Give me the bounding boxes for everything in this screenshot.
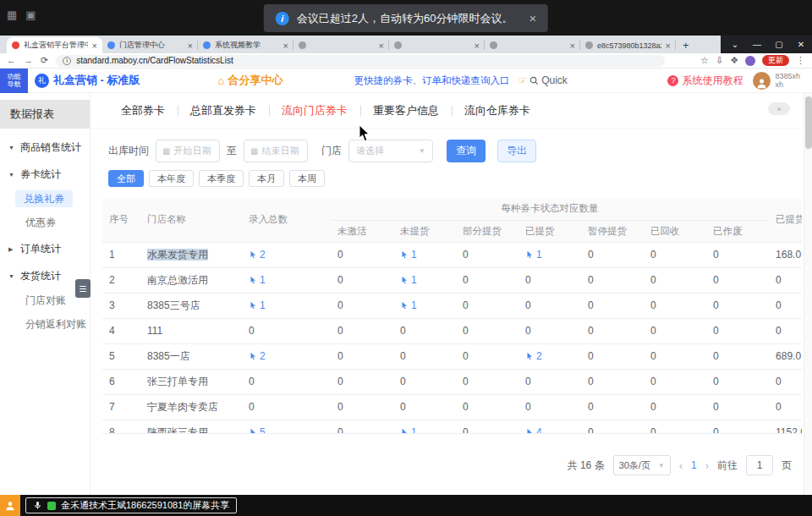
quick-filter-chip[interactable]: 本季度 (199, 170, 244, 187)
sidebar-item[interactable]: 分销返利对账 (0, 313, 90, 337)
scrollbar-thumb[interactable] (805, 96, 812, 149)
current-page[interactable]: 1 (691, 459, 697, 471)
count-link[interactable]: 1 (249, 274, 266, 286)
back-icon[interactable]: ← (7, 56, 16, 65)
url-box[interactable]: i standard.maboy.cn/CardFlowStatisticsLi… (56, 55, 665, 67)
brand-logo[interactable]: 礼 礼盒营销 - 标准版 (35, 73, 140, 88)
cell-store-name: 111 (140, 318, 242, 343)
sidebar-collapse-handle[interactable]: ☰ (75, 279, 91, 298)
forward-icon[interactable]: → (24, 56, 33, 65)
tab-close-icon[interactable]: × (379, 41, 384, 51)
bookmark-star-icon[interactable]: ☆ (700, 55, 709, 66)
expand-arrow-icon: ▼ (8, 273, 16, 279)
cursor-click-icon (249, 276, 257, 284)
search-button[interactable]: 查询 (447, 140, 486, 162)
browser-menu-icon[interactable]: ⋮ (796, 55, 805, 66)
quick-filter-chip[interactable]: 本月 (249, 170, 284, 187)
sidebar-group[interactable]: ▶订单统计 (0, 235, 90, 262)
function-nav-button[interactable]: 功能 导航 (0, 69, 28, 93)
user-info[interactable]: 8385xh xh (753, 72, 800, 90)
count-link[interactable]: 1 (400, 426, 417, 435)
browser-tab[interactable]: 门店管理中心× (102, 37, 198, 53)
site-info-icon[interactable]: i (63, 57, 71, 65)
count-link[interactable]: 1 (400, 249, 417, 261)
quick-filter-chip[interactable]: 本周 (289, 170, 325, 187)
cell-amount: 0 (769, 293, 802, 318)
browser-tab[interactable]: 系统视频教学× (198, 37, 294, 53)
sidebar-item[interactable]: 优惠券 (0, 211, 90, 235)
quick-filter-chip[interactable]: 全部 (108, 170, 144, 187)
count-link[interactable]: 2 (249, 350, 266, 362)
count-link[interactable]: 1 (400, 299, 417, 311)
tutorial-icon: ? (667, 75, 678, 86)
content-tab[interactable]: 重要客户信息 (360, 103, 452, 118)
taskbar-icons: ▦ ▣ (7, 8, 36, 21)
tab-close-icon[interactable]: × (570, 41, 575, 51)
refresh-icon[interactable]: ⟳ (41, 56, 48, 65)
notification-close-icon[interactable]: × (529, 11, 536, 25)
browser-tab[interactable]: e8c573980b1328a258fd2e6l× (580, 37, 676, 53)
cell-count: 0 (706, 420, 769, 434)
export-button[interactable]: 导出 (497, 140, 536, 162)
browser-profile-avatar[interactable] (745, 56, 755, 66)
panel-collapse-button[interactable]: » (768, 102, 790, 115)
extensions-icon[interactable]: ❖ (730, 55, 738, 66)
chevron-down-icon: ▼ (419, 147, 425, 155)
expand-arrow-icon: ▼ (8, 172, 16, 178)
count-link[interactable]: 1 (400, 274, 417, 286)
tab-close-icon[interactable]: × (475, 41, 480, 51)
tutorial-link[interactable]: ? 系统使用教程 (667, 74, 743, 88)
tab-favicon-icon (299, 41, 306, 49)
quick-search[interactable]: ☞ Quick (518, 74, 567, 86)
count-link[interactable]: 2 (525, 350, 542, 362)
grid-icon[interactable]: ▦ (7, 8, 17, 21)
browser-tab[interactable]: 礼盒营销平台管理中心× (7, 37, 102, 53)
new-tab-button[interactable]: + (683, 40, 689, 51)
content-tab[interactable]: 总部直发券卡 (178, 103, 269, 118)
sidebar-item[interactable]: 兑换礼券 (0, 188, 90, 211)
sidebar-group[interactable]: ▼商品销售统计 (0, 134, 90, 161)
count-link[interactable]: 1 (249, 299, 266, 311)
cell-count: 1 (393, 242, 456, 267)
content-tab[interactable]: 流向仓库券卡 (452, 103, 543, 118)
cell-count: 0 (581, 369, 644, 394)
page-size-select[interactable]: 30条/页 ▼ (613, 455, 671, 475)
page-scrollbar[interactable] (804, 93, 812, 495)
share-center-link[interactable]: ⌂ 合分享中心 (218, 73, 283, 88)
close-button[interactable]: ✕ (790, 40, 812, 49)
count-value: 2 (536, 350, 542, 362)
goto-page-input[interactable] (746, 455, 773, 475)
content-tab[interactable]: 全部券卡 (108, 103, 178, 118)
maximize-button[interactable]: ▢ (768, 40, 790, 49)
tab-search-icon[interactable]: ⌄ (724, 40, 746, 49)
sidebar-group[interactable]: ▼券卡统计 (0, 161, 90, 188)
cell-store-name: 8385一店 (140, 343, 242, 369)
minimize-button[interactable]: — (746, 40, 768, 49)
download-icon[interactable]: ⇩ (716, 55, 723, 66)
count-link[interactable]: 1 (525, 249, 542, 261)
browser-tab[interactable]: × (294, 37, 389, 53)
end-date-input[interactable]: ▦ 结束日期 (244, 140, 308, 162)
store-select[interactable]: 请选择 ▼ (348, 140, 433, 162)
tab-close-icon[interactable]: × (283, 41, 288, 51)
count-link[interactable]: 4 (525, 426, 542, 435)
browser-tab[interactable]: × (485, 37, 580, 53)
count-value: 5 (260, 426, 266, 435)
browser-tab[interactable]: × (389, 37, 485, 53)
prev-page-button[interactable]: ‹ (679, 459, 683, 472)
count-link[interactable]: 2 (249, 249, 266, 261)
sidebar-group-label: 发货统计 (20, 269, 61, 283)
window-icon[interactable]: ▣ (25, 8, 36, 21)
next-page-button[interactable]: › (705, 459, 709, 472)
start-date-placeholder: 开始日期 (173, 145, 211, 157)
start-date-input[interactable]: ▦ 开始日期 (156, 140, 220, 162)
tab-close-icon[interactable]: × (188, 41, 193, 51)
count-link[interactable]: 5 (249, 426, 266, 435)
tab-close-icon[interactable]: × (92, 41, 97, 51)
quick-filter-chip[interactable]: 本年度 (149, 170, 194, 187)
microphone-icon[interactable] (33, 501, 42, 510)
browser-update-button[interactable]: 更新 (762, 55, 789, 66)
tab-close-icon[interactable]: × (666, 41, 671, 51)
content-tab[interactable]: 流向门店券卡 (269, 103, 360, 118)
cell-store-name: 南京总激活用 (140, 267, 242, 293)
